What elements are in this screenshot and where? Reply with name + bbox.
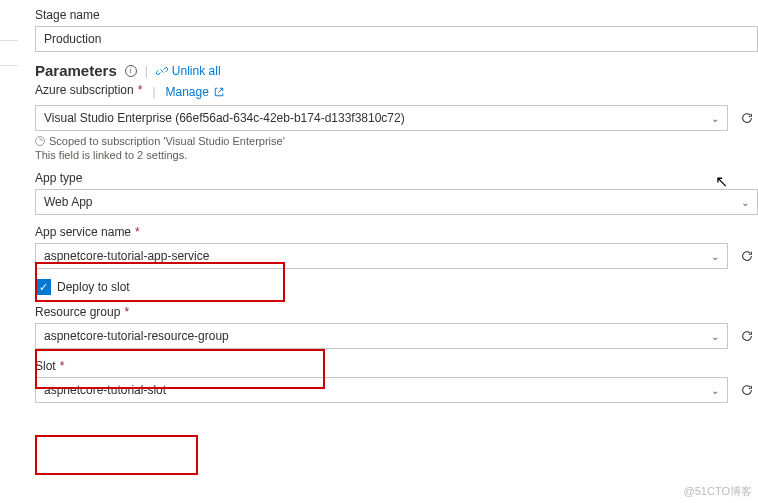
slot-value: aspnetcore-tutorial-slot: [44, 383, 166, 397]
refresh-icon: [740, 111, 754, 125]
left-panel-stub: [0, 40, 18, 66]
stage-name-value: Production: [44, 32, 101, 46]
refresh-icon: [740, 329, 754, 343]
subscription-value: Visual Studio Enterprise (66ef56ad-634c-…: [44, 111, 405, 125]
app-type-field: App type Web App ⌄: [35, 171, 758, 215]
unlink-all-label: Unlink all: [172, 64, 221, 78]
resource-group-select[interactable]: aspnetcore-tutorial-resource-group ⌄: [35, 323, 728, 349]
chevron-down-icon: ⌄: [741, 197, 749, 208]
refresh-slot-button[interactable]: [736, 379, 758, 401]
resource-group-label: Resource group *: [35, 305, 758, 319]
stage-name-input[interactable]: Production: [35, 26, 758, 52]
refresh-icon: [740, 249, 754, 263]
app-type-select[interactable]: Web App ⌄: [35, 189, 758, 215]
slot-select[interactable]: aspnetcore-tutorial-slot ⌄: [35, 377, 728, 403]
app-service-field: App service name * aspnetcore-tutorial-a…: [35, 225, 758, 269]
stage-name-field: Stage name Production: [35, 8, 758, 52]
external-link-icon: [213, 86, 225, 98]
refresh-subscription-button[interactable]: [736, 107, 758, 129]
highlight-box-slot: [35, 435, 198, 475]
app-service-label: App service name *: [35, 225, 758, 239]
app-type-label: App type: [35, 171, 758, 185]
app-service-select[interactable]: aspnetcore-tutorial-app-service ⌄: [35, 243, 728, 269]
chevron-down-icon: ⌄: [711, 331, 719, 342]
chevron-down-icon: ⌄: [711, 385, 719, 396]
subscription-label: Azure subscription *: [35, 83, 142, 97]
chevron-down-icon: ⌄: [711, 113, 719, 124]
unlink-icon: [156, 65, 168, 77]
required-asterisk: *: [124, 305, 129, 319]
required-asterisk: *: [60, 359, 65, 373]
resource-group-value: aspnetcore-tutorial-resource-group: [44, 329, 229, 343]
deploy-to-slot-label: Deploy to slot: [57, 280, 130, 294]
subscription-select[interactable]: Visual Studio Enterprise (66ef56ad-634c-…: [35, 105, 728, 131]
slot-field: Slot * aspnetcore-tutorial-slot ⌄: [35, 359, 758, 403]
app-type-value: Web App: [44, 195, 92, 209]
resource-group-field: Resource group * aspnetcore-tutorial-res…: [35, 305, 758, 349]
info-icon[interactable]: i: [125, 65, 137, 77]
deploy-to-slot-row: ✓ Deploy to slot: [35, 279, 758, 295]
subscription-field: Azure subscription * | Manage Visual Stu…: [35, 83, 758, 161]
slot-label: Slot *: [35, 359, 758, 373]
chevron-down-icon: ⌄: [711, 251, 719, 262]
scope-icon: [35, 136, 45, 146]
subscription-scoped-hint: Scoped to subscription 'Visual Studio En…: [35, 135, 758, 147]
parameters-header: Parameters i | Unlink all: [35, 62, 758, 79]
required-asterisk: *: [135, 225, 140, 239]
unlink-all-link[interactable]: Unlink all: [156, 64, 221, 78]
required-asterisk: *: [138, 83, 143, 97]
refresh-icon: [740, 383, 754, 397]
form-content: Stage name Production Parameters i | Unl…: [0, 0, 758, 403]
divider: |: [145, 64, 148, 78]
manage-label: Manage: [166, 85, 209, 99]
app-service-value: aspnetcore-tutorial-app-service: [44, 249, 209, 263]
refresh-resource-group-button[interactable]: [736, 325, 758, 347]
deploy-to-slot-checkbox[interactable]: ✓: [35, 279, 51, 295]
manage-subscription-link[interactable]: Manage: [166, 85, 225, 99]
watermark: @51CTO博客: [684, 484, 752, 499]
stage-name-label: Stage name: [35, 8, 758, 22]
refresh-app-service-button[interactable]: [736, 245, 758, 267]
parameters-title: Parameters: [35, 62, 117, 79]
subscription-linked-hint: This field is linked to 2 settings.: [35, 149, 758, 161]
